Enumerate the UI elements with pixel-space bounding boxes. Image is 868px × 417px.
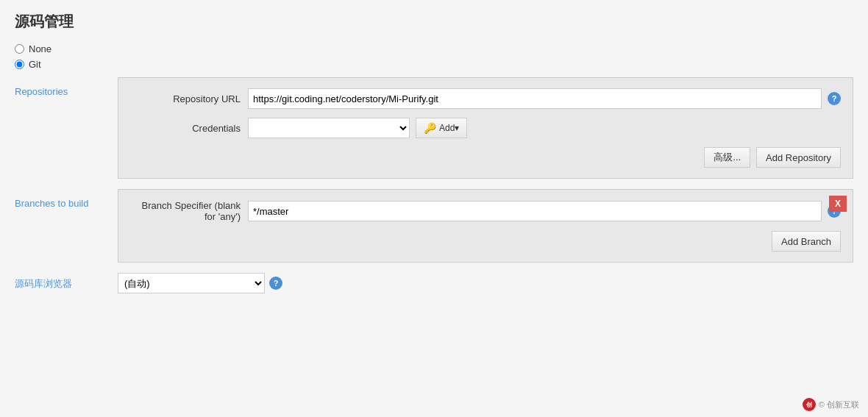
- watermark-text: © 创新互联: [819, 399, 859, 410]
- watermark-logo: 创: [803, 398, 816, 411]
- repo-url-label: Repository URL: [130, 93, 248, 104]
- branches-section: Branches to build X Branch Specifier (bl…: [15, 189, 853, 263]
- credentials-row: Credentials 🔑 Add▾: [130, 118, 841, 138]
- delete-branch-button[interactable]: X: [829, 196, 847, 212]
- add-branch-button[interactable]: Add Branch: [772, 231, 841, 252]
- source-browser-help-icon[interactable]: ?: [269, 277, 282, 290]
- credentials-select[interactable]: [248, 118, 410, 138]
- add-repository-button[interactable]: Add Repository: [756, 147, 841, 168]
- branch-specifier-label: Branch Specifier (blank for 'any'): [130, 200, 248, 222]
- repositories-panel: Repository URL ? Credentials: [118, 77, 853, 179]
- repositories-section: Repositories Repository URL ? Credential…: [15, 77, 853, 179]
- branches-content: X Branch Specifier (blank for 'any') ? A…: [118, 189, 853, 263]
- page-title: 源码管理: [15, 12, 853, 32]
- credentials-label: Credentials: [130, 123, 248, 134]
- add-credentials-button[interactable]: 🔑 Add▾: [416, 118, 467, 138]
- source-browser-select[interactable]: (自动): [118, 273, 265, 293]
- repo-url-input[interactable]: [248, 88, 822, 109]
- none-radio[interactable]: [15, 44, 24, 54]
- none-label[interactable]: None: [29, 43, 51, 54]
- branches-label: Branches to build: [15, 189, 118, 209]
- source-browser-content: (自动) ?: [118, 273, 853, 293]
- repo-buttons-row: 高级... Add Repository: [130, 147, 841, 168]
- page-container: 源码管理 None Git Repositories Repository UR…: [0, 0, 868, 305]
- branch-specifier-input[interactable]: [248, 201, 822, 221]
- repo-url-row: Repository URL ?: [130, 88, 841, 109]
- git-radio-group: Git: [15, 59, 853, 70]
- repositories-label: Repositories: [15, 77, 118, 97]
- branches-panel: X Branch Specifier (blank for 'any') ? A…: [118, 189, 853, 263]
- watermark: 创 © 创新互联: [803, 398, 859, 411]
- repo-url-help-icon[interactable]: ?: [828, 92, 841, 105]
- source-browser-label: 源码库浏览器: [15, 276, 118, 291]
- key-icon: 🔑: [424, 122, 436, 134]
- advanced-button[interactable]: 高级...: [704, 147, 750, 168]
- repositories-content: Repository URL ? Credentials: [118, 77, 853, 179]
- branch-specifier-row: Branch Specifier (blank for 'any') ?: [130, 200, 841, 222]
- none-radio-group: None: [15, 43, 853, 54]
- git-label[interactable]: Git: [29, 59, 41, 70]
- branch-buttons-row: Add Branch: [130, 231, 841, 252]
- credentials-controls: 🔑 Add▾: [248, 118, 467, 138]
- add-credentials-label: Add▾: [439, 123, 459, 133]
- git-radio[interactable]: [15, 60, 24, 69]
- source-browser-section: 源码库浏览器 (自动) ?: [15, 273, 853, 293]
